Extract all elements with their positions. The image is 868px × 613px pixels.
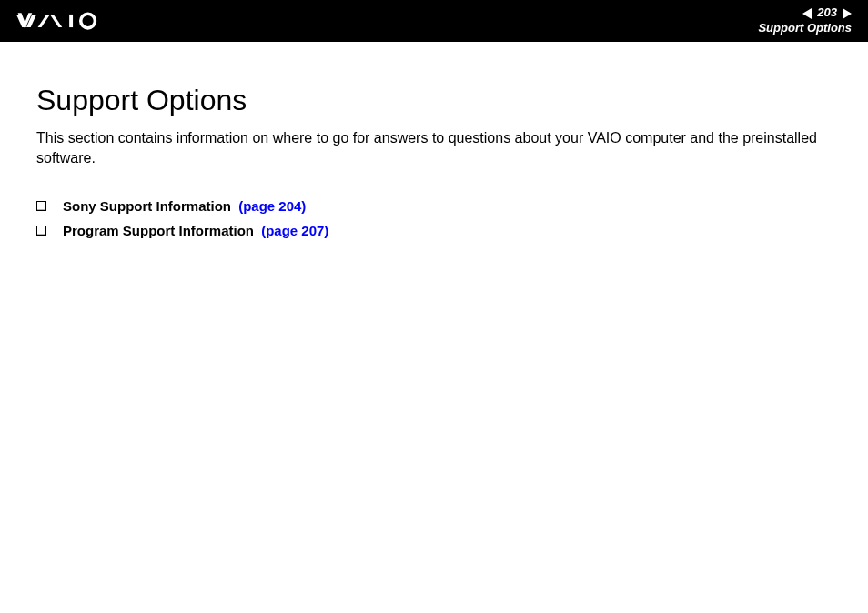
list-item: Sony Support Information (page 204) (36, 198, 832, 214)
list-item: Program Support Information (page 207) (36, 223, 832, 238)
list-item-label: Program Support Information (63, 223, 254, 238)
next-page-arrow-icon[interactable] (843, 8, 852, 19)
content-area: Support Options This section contains in… (0, 42, 868, 238)
svg-rect-1 (69, 15, 73, 27)
square-bullet-icon (36, 226, 46, 236)
page-title: Support Options (36, 84, 832, 117)
topic-list: Sony Support Information (page 204) Prog… (36, 198, 832, 238)
section-label: Support Options (758, 21, 852, 36)
header-right: 203 Support Options (758, 5, 852, 36)
page-nav: 203 (758, 5, 852, 21)
square-bullet-icon (36, 201, 46, 211)
list-item-link[interactable]: (page 204) (238, 198, 306, 214)
page-number: 203 (815, 5, 839, 21)
list-item-link[interactable]: (page 207) (261, 223, 328, 238)
intro-text: This section contains information on whe… (36, 128, 832, 167)
svg-point-2 (81, 14, 96, 28)
list-item-label: Sony Support Information (63, 198, 231, 214)
prev-page-arrow-icon[interactable] (802, 8, 812, 19)
header-bar: VAIO 203 Support Options (0, 0, 868, 42)
vaio-logo: VAIO (16, 11, 116, 31)
